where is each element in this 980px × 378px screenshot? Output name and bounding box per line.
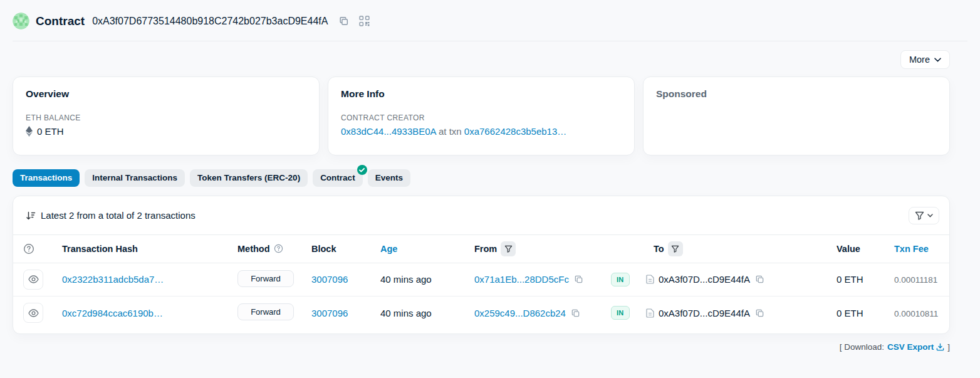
tab-contract-label: Contract [320, 173, 355, 182]
tab-transactions[interactable]: Transactions [13, 169, 80, 187]
download-prefix-text: [ Download: [840, 342, 884, 352]
direction-badge: IN [611, 306, 630, 320]
value-text: 0 ETH [837, 308, 863, 318]
download-suffix-text: ] [947, 342, 950, 352]
tab-internal-transactions[interactable]: Internal Transactions [85, 169, 185, 187]
transactions-summary-text: Latest 2 from a total of 2 transactions [41, 210, 195, 221]
column-header-value: Value [828, 244, 885, 254]
column-header-from: From [474, 241, 611, 256]
contract-document-icon [646, 275, 654, 284]
overview-card: Overview ETH BALANCE 0 ETH [13, 76, 320, 155]
creator-connector-text: at txn [439, 126, 462, 137]
block-link[interactable]: 3007096 [311, 274, 348, 285]
preview-eye-icon[interactable] [23, 270, 43, 290]
page-header: Contract 0xA3f07D6773514480b918C2742b027… [0, 0, 980, 41]
eth-balance-value: 0 ETH [37, 126, 64, 137]
txn-hash-link[interactable]: 0x2322b311adcb5da7… [62, 274, 164, 285]
table-row: 0x2322b311adcb5da7… Forward 3007096 40 m… [13, 263, 949, 297]
column-header-fee[interactable]: Txn Fee [885, 244, 939, 254]
tab-contract[interactable]: Contract [313, 169, 363, 187]
transactions-card-header: Latest 2 from a total of 2 transactions [13, 196, 949, 234]
qr-code-icon[interactable] [357, 14, 372, 28]
txn-fee-text: 0.00010811 [894, 309, 938, 318]
more-info-card: More Info CONTRACT CREATOR 0x83dC44...49… [328, 76, 635, 155]
sponsored-card: Sponsored [643, 76, 950, 155]
column-header-to: To [646, 241, 828, 256]
value-text: 0 ETH [837, 274, 863, 285]
copy-icon[interactable] [754, 274, 765, 285]
to-address-text: 0xA3f07D...cD9E44fA [659, 274, 750, 285]
age-text: 40 mins ago [380, 274, 432, 285]
actions-row: More [0, 41, 980, 76]
from-address-link[interactable]: 0x259c49...D862cb24 [474, 308, 566, 318]
help-icon[interactable] [23, 243, 62, 255]
tab-token-transfers[interactable]: Token Transfers (ERC-20) [190, 169, 308, 187]
ethereum-icon [26, 126, 33, 137]
page-title: Contract [36, 14, 85, 28]
more-button[interactable]: More [900, 50, 950, 69]
method-badge[interactable]: Forward [237, 303, 294, 320]
column-header-method: Method [237, 244, 311, 254]
download-row: [ Download: CSV Export ] [13, 342, 950, 352]
more-button-label: More [909, 55, 930, 65]
method-help-icon[interactable] [274, 244, 283, 253]
verified-check-icon [357, 165, 367, 175]
column-header-block: Block [311, 244, 380, 254]
from-filter-button[interactable] [501, 241, 516, 256]
block-link[interactable]: 3007096 [311, 308, 348, 318]
info-cards-row: Overview ETH BALANCE 0 ETH More Info CON… [13, 76, 950, 155]
sort-descending-icon [26, 211, 36, 221]
overview-card-title: Overview [26, 88, 306, 100]
contract-address: 0xA3f07D6773514480b918C2742b027b3acD9E44… [92, 16, 328, 27]
column-header-hash: Transaction Hash [62, 244, 237, 254]
creator-txn-link[interactable]: 0xa7662428c3b5eb13… [464, 126, 566, 137]
transactions-card: Latest 2 from a total of 2 transactions … [13, 196, 950, 334]
more-info-card-title: More Info [341, 88, 622, 100]
to-filter-button[interactable] [668, 241, 683, 256]
direction-badge: IN [611, 273, 630, 286]
creator-address-link[interactable]: 0x83dC44...4933BE0A [341, 126, 436, 137]
copy-address-icon[interactable] [336, 14, 351, 28]
copy-icon[interactable] [570, 308, 581, 318]
method-badge[interactable]: Forward [237, 270, 294, 287]
from-address-link[interactable]: 0x71a1Eb...28DD5cFc [474, 274, 569, 285]
sponsored-card-title: Sponsored [656, 88, 937, 100]
age-text: 40 mins ago [380, 308, 432, 318]
txn-fee-text: 0.00011181 [894, 275, 937, 285]
txn-hash-link[interactable]: 0xc72d984ccac6190b… [62, 308, 163, 318]
to-address-text: 0xA3f07D...cD9E44fA [659, 308, 750, 318]
transactions-table-header: Transaction Hash Method Block Age From T… [13, 234, 949, 263]
download-icon [936, 343, 944, 351]
copy-icon[interactable] [754, 308, 765, 318]
table-row: 0xc72d984ccac6190b… Forward 3007096 40 m… [13, 297, 949, 330]
contract-creator-label: CONTRACT CREATOR [341, 113, 622, 122]
contract-identicon [13, 13, 29, 29]
chevron-down-icon [927, 214, 933, 218]
contract-document-icon [646, 308, 654, 318]
tabs-row: Transactions Internal Transactions Token… [13, 169, 967, 187]
copy-icon[interactable] [573, 274, 584, 285]
funnel-icon [915, 211, 924, 220]
chevron-down-icon [934, 58, 941, 62]
eth-balance-label: ETH BALANCE [26, 113, 306, 122]
tab-events[interactable]: Events [368, 169, 410, 187]
column-header-age[interactable]: Age [380, 244, 474, 254]
contract-creator-line: 0x83dC44...4933BE0A at txn 0xa7662428c3b… [341, 126, 622, 137]
preview-eye-icon[interactable] [23, 303, 43, 323]
csv-export-link[interactable]: CSV Export [887, 342, 944, 352]
table-filter-button[interactable] [909, 207, 939, 224]
